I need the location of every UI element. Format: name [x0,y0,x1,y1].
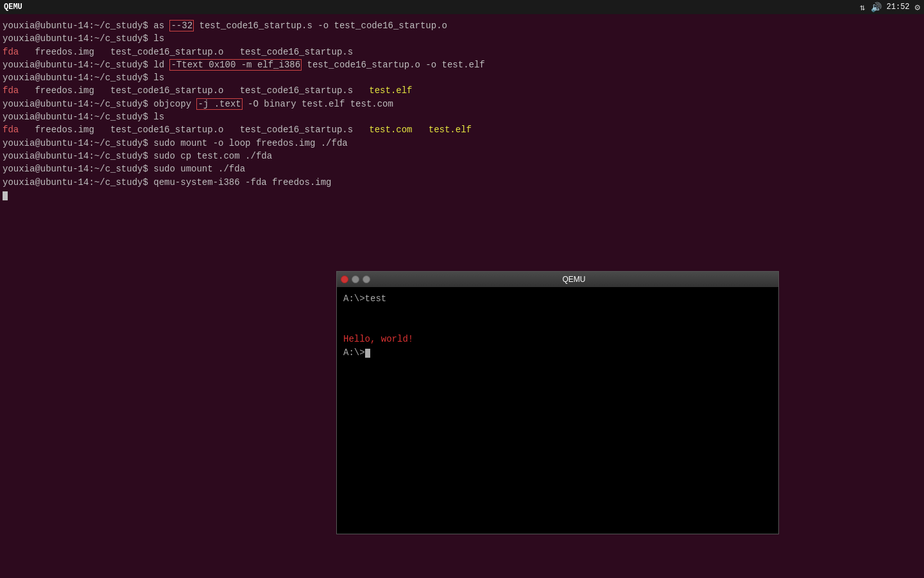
qemu-cursor [365,349,370,358]
qemu-terminal[interactable]: A:\>test Hello, world! A:\> [337,287,778,534]
terminal-line-8: youxia@ubuntu-14:~/c_study$ ls [3,110,921,123]
taskbar-app-title: QEMU [4,3,22,12]
terminal-line-11: youxia@ubuntu-14:~/c_study$ sudo cp test… [3,150,921,162]
speaker-icon: 🔊 [871,2,882,13]
qemu-hello-world: Hello, world! [343,333,772,346]
qemu-prompt-line: A:\> [343,346,772,360]
qemu-line-1: A:\>test [343,292,772,306]
terminal-line-9: fda freedos.img test_code16_startup.o te… [3,123,921,136]
taskbar-right: ⇅ 🔊 21:52 ⚙ [860,2,920,13]
clock: 21:52 [887,3,910,12]
terminal-line-4: youxia@ubuntu-14:~/c_study$ ld -Ttext 0x… [3,58,921,71]
taskbar-left: QEMU [4,3,22,12]
settings-icon: ⚙ [915,2,920,13]
terminal-line-3: fda freedos.img test_code16_startup.o te… [3,46,921,58]
qemu-line-3 [343,319,772,333]
qemu-titlebar: QEMU [337,272,778,287]
terminal-line-7: youxia@ubuntu-14:~/c_study$ objcopy -j .… [3,98,921,110]
terminal-line-12: youxia@ubuntu-14:~/c_study$ sudo umount … [3,162,921,175]
window-maximize-button[interactable] [363,276,370,283]
terminal-line-1: youxia@ubuntu-14:~/c_study$ as --32 test… [3,19,921,32]
terminal-line-13: youxia@ubuntu-14:~/c_study$ qemu-system-… [3,176,921,189]
qemu-window-title: QEMU [373,275,774,284]
window-close-button[interactable] [341,276,348,283]
window-minimize-button[interactable] [352,276,359,283]
terminal-line-5: youxia@ubuntu-14:~/c_study$ ls [3,71,921,84]
qemu-line-2 [343,306,772,319]
qemu-child-window[interactable]: QEMU A:\>test Hello, world! A:\> [336,271,779,534]
taskbar: QEMU ⇅ 🔊 21:52 ⚙ [0,0,924,14]
terminal-cursor-line [3,189,921,202]
terminal-line-6: fda freedos.img test_code16_startup.o te… [3,84,921,97]
terminal-line-2: youxia@ubuntu-14:~/c_study$ ls [3,32,921,45]
main-cursor [3,191,8,200]
network-icon: ⇅ [860,2,865,13]
terminal-line-10: youxia@ubuntu-14:~/c_study$ sudo mount -… [3,137,921,150]
